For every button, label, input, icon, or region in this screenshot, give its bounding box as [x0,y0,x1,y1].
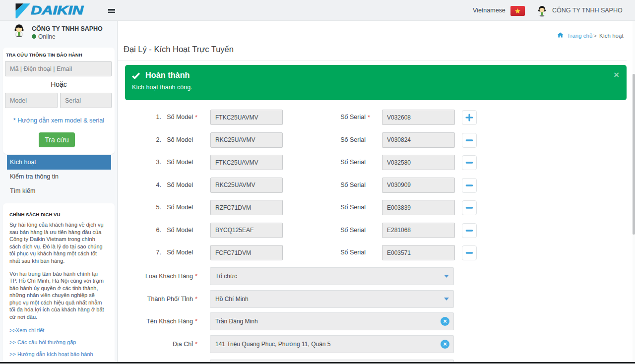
svg-text:DAIKIN: DAIKIN [31,4,84,17]
